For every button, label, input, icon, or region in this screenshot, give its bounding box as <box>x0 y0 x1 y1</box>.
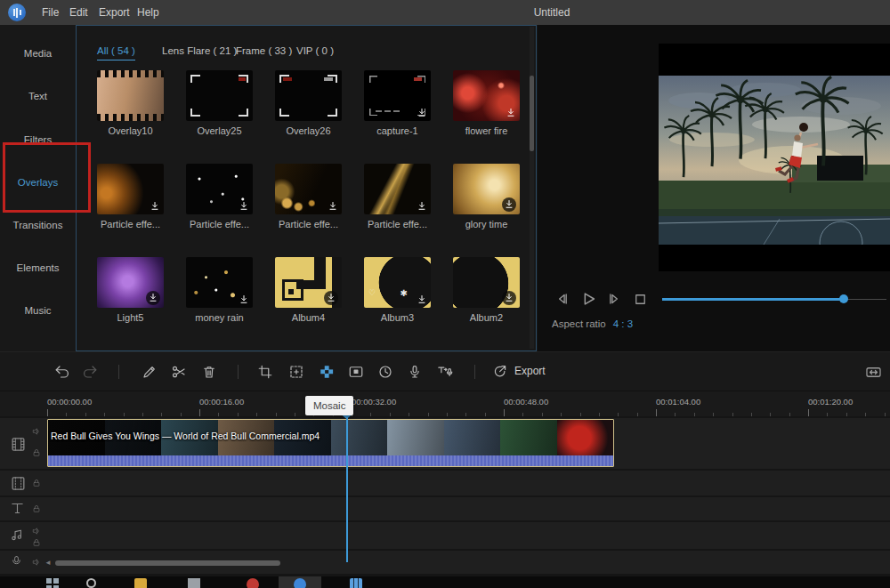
sidebar-item-media[interactable]: Media <box>0 44 76 62</box>
download-icon[interactable] <box>416 294 427 305</box>
overlay-item-glory-time[interactable] <box>453 164 520 214</box>
tab-vip[interactable]: VIP ( 0 ) <box>296 45 334 60</box>
speaker-icon[interactable] <box>32 527 41 536</box>
ruler-tick <box>85 413 86 416</box>
taskbar-icon-search[interactable] <box>86 578 96 588</box>
app-logo-icon <box>8 4 26 21</box>
ruler-tick <box>885 413 886 416</box>
overlay-item-capture-1[interactable] <box>364 70 431 121</box>
taskbar-icon-store[interactable] <box>188 578 200 588</box>
timeline-hscrollbar[interactable] <box>55 560 280 566</box>
download-icon[interactable] <box>416 107 427 118</box>
crop-button[interactable] <box>253 359 278 384</box>
freeze-frame-button[interactable] <box>284 359 309 384</box>
ruler-tick <box>181 413 182 416</box>
pip-track[interactable] <box>0 471 890 495</box>
overlay-item-overlay25[interactable] <box>186 70 253 121</box>
overlay-item-label: Particle effe... <box>266 219 351 230</box>
overlay-item-label: Album4 <box>266 312 351 323</box>
timeline-ruler[interactable]: 00:00:00.0000:00:16.0000:00:32.0000:00:4… <box>0 391 890 416</box>
download-icon[interactable] <box>327 200 338 212</box>
red-annotation-box <box>3 142 91 213</box>
download-icon[interactable] <box>505 107 516 118</box>
text-track[interactable] <box>0 497 890 520</box>
edit-button[interactable] <box>137 359 162 384</box>
overlay-item-overlay26[interactable] <box>275 70 342 121</box>
speaker-icon[interactable] <box>32 427 41 436</box>
redo-button[interactable] <box>77 359 102 384</box>
playhead[interactable] <box>346 411 348 562</box>
overlay-item-money-rain[interactable] <box>186 257 253 308</box>
download-icon[interactable] <box>502 291 516 305</box>
lock-icon[interactable] <box>32 479 41 487</box>
sidebar-item-text[interactable]: Text <box>0 87 76 105</box>
taskbar-icon-record[interactable] <box>247 578 259 588</box>
play-button[interactable] <box>578 288 599 310</box>
overlay-item-album2[interactable] <box>453 257 520 308</box>
text-to-speech-button[interactable] <box>433 359 457 384</box>
sidebar-item-transitions[interactable]: Transitions <box>0 216 76 234</box>
speaker-icon[interactable] <box>32 558 41 567</box>
ruler-timestamp: 00:00:00.00 <box>47 397 92 407</box>
overlay-item-flower-fire[interactable] <box>453 70 520 121</box>
voiceover-button[interactable] <box>402 359 427 384</box>
download-icon[interactable] <box>238 200 249 212</box>
previous-frame-button[interactable] <box>552 288 573 310</box>
overlay-item-album4[interactable] <box>275 257 342 308</box>
mosaic-tooltip: Mosaic <box>305 396 353 415</box>
ruler-timestamp: 00:00:32.00 <box>352 397 396 407</box>
lock-icon[interactable] <box>32 504 41 513</box>
delete-button[interactable] <box>197 359 222 384</box>
download-icon[interactable] <box>416 200 427 212</box>
tab-frame[interactable]: Frame ( 33 ) <box>236 45 292 60</box>
clip-frame-thumb <box>500 420 557 456</box>
undo-button[interactable] <box>50 359 75 384</box>
stop-button[interactable] <box>629 288 651 310</box>
taskbar-icon-windows[interactable] <box>46 578 59 588</box>
fit-timeline-button[interactable] <box>861 359 886 384</box>
timeline-scroll-left-arrow[interactable]: ◄ <box>44 559 52 567</box>
mosaic-button[interactable] <box>314 359 339 384</box>
overlay-item-overlay10[interactable] <box>97 70 164 121</box>
aspect-ratio-value[interactable]: 4 : 3 <box>613 318 633 329</box>
music-track[interactable] <box>0 522 890 549</box>
overlay-item-label: Overlay25 <box>177 125 262 136</box>
seek-knob[interactable] <box>839 294 848 303</box>
split-button[interactable] <box>166 359 191 384</box>
panel-scrollbar[interactable] <box>530 27 534 349</box>
picture-in-picture-button[interactable] <box>344 359 368 384</box>
overlay-item-particle-effe-[interactable] <box>97 164 164 214</box>
menu-help[interactable]: Help <box>130 0 166 25</box>
overlay-item-light5[interactable] <box>97 257 164 308</box>
lock-icon[interactable] <box>32 448 41 457</box>
overlay-item-particle-effe-[interactable] <box>364 164 431 214</box>
taskbar-icon-current-app[interactable] <box>294 578 306 588</box>
export-button[interactable] <box>488 359 513 384</box>
video-preview[interactable] <box>659 44 890 271</box>
video-clip[interactable] <box>47 419 614 467</box>
download-icon[interactable] <box>502 197 516 212</box>
download-icon[interactable] <box>149 200 160 212</box>
sidebar-item-elements[interactable]: Elements <box>0 259 76 277</box>
panel-scrollbar-thumb[interactable] <box>530 76 534 151</box>
taskbar-icon-apps-grid[interactable] <box>350 578 362 588</box>
aspect-ratio-row[interactable]: Aspect ratio4 : 3 <box>552 318 633 329</box>
tab-all[interactable]: All ( 54 ) <box>97 45 135 60</box>
export-button-label[interactable]: Export <box>514 365 546 377</box>
tab-lens[interactable]: Lens Flare ( 21 ) <box>162 45 237 60</box>
overlay-item-particle-effe-[interactable] <box>186 164 253 214</box>
taskbar-icon-folder[interactable] <box>134 578 147 588</box>
lock-icon[interactable] <box>32 538 41 547</box>
duration-button[interactable] <box>373 359 398 384</box>
download-icon[interactable] <box>238 294 249 305</box>
menu-edit[interactable]: Edit <box>62 0 95 25</box>
download-icon[interactable] <box>324 291 338 305</box>
sidebar-item-music[interactable]: Music <box>0 302 76 319</box>
next-frame-button[interactable] <box>603 288 625 310</box>
filmstrip2-icon <box>10 475 27 492</box>
seek-slider[interactable] <box>662 294 886 304</box>
overlay-item-particle-effe-[interactable] <box>275 164 342 214</box>
overlay-item-album3[interactable] <box>364 257 431 308</box>
download-icon[interactable] <box>146 291 160 305</box>
ruler-tick <box>428 413 429 416</box>
